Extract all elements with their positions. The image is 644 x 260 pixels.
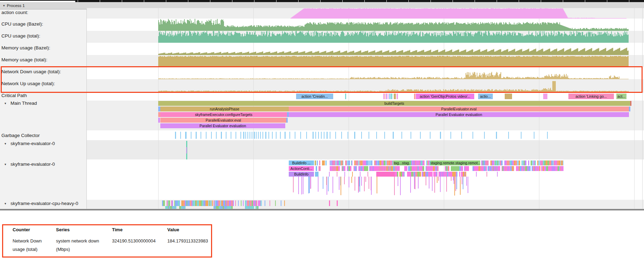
timeline-slice[interactable] — [498, 166, 500, 171]
timeline-slice[interactable] — [286, 118, 288, 123]
timeline-slice[interactable] — [562, 166, 564, 171]
timeline-slice[interactable] — [486, 172, 487, 177]
timeline-slice[interactable] — [513, 166, 514, 171]
timeline-slice[interactable] — [318, 166, 321, 171]
timeline-slice[interactable] — [543, 94, 547, 99]
timeline-slice[interactable] — [315, 172, 318, 177]
timeline-slice[interactable] — [630, 101, 631, 106]
gc-event-tick[interactable] — [420, 132, 421, 139]
gc-event-tick[interactable] — [376, 132, 377, 139]
gc-event-tick[interactable] — [393, 132, 394, 139]
gc-event-tick[interactable] — [268, 132, 269, 139]
timeline-slice[interactable] — [352, 160, 352, 165]
timeline-slice[interactable] — [394, 94, 396, 99]
timeline-slice[interactable] — [459, 172, 460, 177]
sidebar-item-network-up-usage-total[interactable]: Network Up usage (total): — [1, 81, 55, 86]
sidebar-item-memory-usage-total[interactable]: Memory usage (total): — [1, 57, 47, 62]
timeline-slice[interactable] — [404, 172, 405, 177]
counter-track-memory-usage-bazel[interactable] — [87, 43, 644, 55]
sidebar-item-skyframe-evaluator-cpu-heavy-0[interactable]: skyframe-evaluator-cpu-heavy-0 — [10, 201, 78, 206]
timeline-slice[interactable] — [371, 160, 372, 165]
timeline-slice[interactable] — [317, 160, 318, 165]
counter-track-network-up-usage-total[interactable] — [87, 79, 644, 92]
gc-event-tick[interactable] — [384, 132, 385, 139]
slice-skyframeexecutor-configuretargets[interactable]: skyframeExecutor.configureTargets — [160, 112, 287, 117]
sidebar-item-action-count[interactable]: action count: — [1, 10, 28, 15]
timeline-slice[interactable] — [497, 172, 498, 177]
gc-event-tick[interactable] — [354, 132, 355, 139]
gc-event-tick[interactable] — [272, 132, 273, 139]
gc-event-tick[interactable] — [450, 132, 451, 139]
slice-actio[interactable]: actio... — [478, 94, 493, 99]
timeline-slice[interactable] — [337, 172, 337, 177]
timeline-slice[interactable] — [163, 200, 165, 206]
gc-event-tick[interactable] — [221, 132, 222, 139]
slice-stag-stag[interactable]: stag...stag... — [394, 160, 410, 165]
timeline-slice[interactable] — [385, 94, 385, 99]
timeline-slice[interactable] — [360, 172, 360, 177]
sidebar-item-garbage-collector[interactable]: Garbage Collector — [1, 133, 40, 138]
slice-action-genobjcprotos-video[interactable]: action 'GenObjcProtos video/... — [416, 94, 474, 99]
timeline-slice[interactable] — [505, 94, 512, 99]
gc-event-tick[interactable] — [201, 132, 201, 139]
slice-action-linking-go[interactable]: action 'Linking go... — [568, 94, 614, 99]
timeline-slice[interactable] — [398, 166, 400, 171]
timeline-slice[interactable] — [437, 166, 439, 171]
timeline-slice[interactable] — [388, 94, 388, 99]
gc-event-tick[interactable] — [226, 132, 226, 139]
counter-track-action-count[interactable] — [87, 8, 644, 19]
slice-parallel-evaluator-evaluation[interactable]: Parallel Evaluator evaluation — [160, 123, 285, 128]
timeline-slice[interactable] — [501, 160, 503, 165]
gc-event-tick[interactable] — [313, 132, 314, 139]
timeline-slice[interactable] — [397, 172, 398, 177]
timeline-slice[interactable] — [485, 166, 487, 171]
slice-runanalysisphase[interactable]: runAnalysisPhase — [160, 107, 289, 111]
gc-event-tick[interactable] — [369, 132, 369, 139]
expand-caret-icon[interactable]: ▾ — [5, 142, 6, 145]
timeline-slice[interactable] — [352, 172, 353, 177]
timeline-slice[interactable] — [386, 94, 387, 99]
slice-action-creatin[interactable]: action 'Creatin... — [296, 94, 333, 99]
gc-event-tick[interactable] — [318, 132, 319, 139]
timeline-slice[interactable] — [243, 200, 244, 206]
timeline-slice[interactable] — [563, 160, 564, 165]
gc-event-tick[interactable] — [258, 132, 259, 139]
timeline-slice[interactable] — [168, 200, 170, 206]
timeline-slice[interactable] — [337, 200, 338, 206]
gc-event-tick[interactable] — [243, 132, 244, 139]
timeline-slice[interactable] — [449, 166, 449, 171]
gc-event-tick[interactable] — [216, 132, 217, 139]
gc-event-tick[interactable] — [180, 132, 181, 139]
gc-event-tick[interactable] — [295, 132, 295, 139]
timeline-slice[interactable] — [519, 160, 520, 165]
timeline-slice[interactable] — [414, 94, 415, 99]
expand-caret-icon[interactable]: ▾ — [5, 202, 6, 205]
gc-event-tick[interactable] — [341, 132, 342, 139]
timeline-slice[interactable] — [465, 172, 466, 177]
gc-event-tick[interactable] — [401, 132, 402, 139]
timeline-slice[interactable] — [255, 200, 257, 206]
gc-event-tick[interactable] — [240, 132, 241, 139]
gc-event-tick[interactable] — [262, 132, 263, 139]
timeline-slice[interactable] — [629, 107, 630, 111]
slice-staging-remote-staging-remot[interactable]: staging.remote.staging.remot... — [430, 160, 480, 165]
timeline-slice[interactable] — [275, 200, 276, 206]
gc-event-tick[interactable] — [330, 132, 330, 139]
gc-event-tick[interactable] — [324, 132, 324, 139]
timeline-slice[interactable] — [391, 94, 392, 99]
timeline-slice[interactable] — [179, 200, 180, 206]
timeline-slice[interactable] — [329, 200, 330, 206]
timeline-slice[interactable] — [424, 160, 425, 165]
timeline-slice[interactable] — [258, 206, 259, 209]
timeline-slice[interactable] — [344, 166, 345, 171]
gc-event-tick[interactable] — [327, 132, 328, 139]
gc-event-tick[interactable] — [247, 132, 248, 139]
gc-event-tick[interactable] — [472, 132, 473, 139]
gc-event-tick[interactable] — [175, 132, 176, 139]
gc-event-tick[interactable] — [285, 132, 286, 139]
timeline-slice[interactable] — [158, 118, 160, 123]
timeline-slice[interactable] — [422, 166, 424, 171]
gc-event-tick[interactable] — [280, 132, 281, 139]
counter-track-cpu-usage-total[interactable] — [87, 31, 644, 43]
timeline-slice[interactable] — [319, 160, 320, 165]
